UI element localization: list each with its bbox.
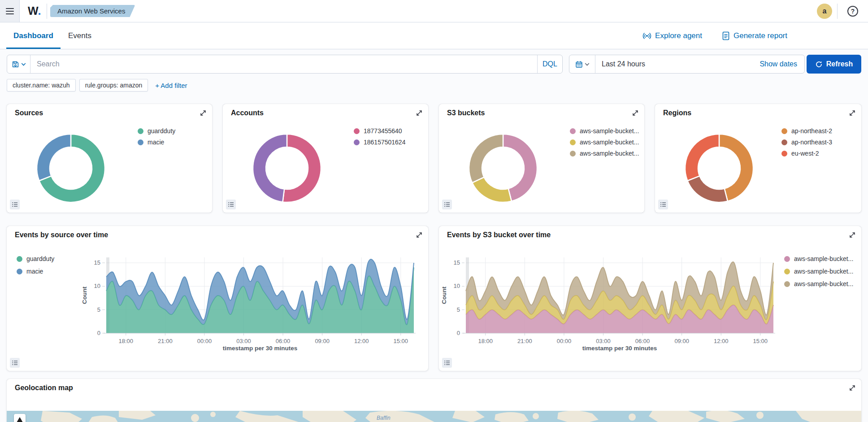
time-range-value[interactable]: Last 24 hours [595, 60, 760, 68]
refresh-button[interactable]: Refresh [807, 55, 861, 74]
panel-title: Sources [15, 109, 43, 117]
help-icon[interactable]: ? [847, 6, 858, 17]
panel-s3-buckets: S3 buckets aws-sample-bucket... aws-samp… [439, 104, 644, 213]
legend-item[interactable]: ap-northeast-2 [781, 127, 832, 135]
svg-text:21:00: 21:00 [158, 338, 173, 344]
panel-sources: Sources guardduty macie [7, 104, 212, 213]
s3-buckets-donut-chart[interactable] [464, 129, 542, 207]
legend-item[interactable]: macie [138, 139, 175, 146]
show-dates-button[interactable]: Show dates [760, 60, 804, 68]
svg-text:09:00: 09:00 [315, 338, 330, 344]
chart-legend: 18773455640 186157501624 [354, 127, 405, 146]
svg-text:21:00: 21:00 [517, 338, 532, 344]
explore-agent-link[interactable]: Explore agent [642, 22, 702, 49]
avatar[interactable]: a [817, 4, 832, 19]
chart-legend: guardduty macie [17, 255, 54, 275]
events-by-s3-bucket-chart[interactable]: 05101518:0021:0000:0003:0006:0009:0012:0… [439, 226, 861, 371]
legend-dot [138, 139, 143, 145]
legend-toggle-icon[interactable] [658, 200, 668, 209]
search-input[interactable] [30, 60, 537, 68]
accounts-donut-chart[interactable] [248, 129, 326, 207]
legend-toggle-icon[interactable] [10, 358, 20, 368]
svg-text:5: 5 [97, 306, 100, 313]
legend-dot [570, 139, 576, 145]
chevron-down-icon [585, 62, 590, 67]
svg-text:12:00: 12:00 [714, 338, 729, 344]
filter-pill[interactable]: rule.groups: amazon [79, 79, 148, 91]
svg-text:03:00: 03:00 [236, 338, 251, 344]
svg-text:Count: Count [441, 287, 447, 304]
legend-item[interactable]: guardduty [17, 255, 54, 262]
legend-item[interactable]: aws-sample-bucket... [784, 280, 853, 287]
legend-dot [354, 128, 360, 134]
svg-text:Count: Count [81, 287, 88, 304]
map-control-button[interactable] [14, 414, 26, 422]
generate-report-link[interactable]: Generate report [722, 22, 787, 49]
expand-icon[interactable] [848, 109, 857, 117]
svg-text:12:00: 12:00 [354, 338, 369, 344]
svg-text:18:00: 18:00 [478, 338, 493, 344]
header-divider [47, 4, 47, 19]
legend-dot [354, 139, 360, 145]
svg-text:0: 0 [97, 330, 100, 336]
svg-text:10: 10 [454, 283, 460, 289]
svg-text:10: 10 [94, 283, 100, 289]
legend-item[interactable]: aws-sample-bucket... [784, 255, 853, 262]
legend-dot [570, 151, 576, 157]
breadcrumb[interactable]: Amazon Web Services [50, 5, 135, 17]
svg-text:timestamp per 30 minutes: timestamp per 30 minutes [582, 345, 657, 352]
search-box: DQL [7, 55, 563, 74]
add-filter-button[interactable]: + Add filter [155, 82, 187, 89]
legend-dot [784, 269, 790, 274]
map-canvas: Baffin [7, 411, 861, 422]
top-header: W. Amazon Web Services a ? [0, 0, 868, 22]
panel-title: Geolocation map [15, 384, 73, 392]
legend-item[interactable]: 186157501624 [354, 139, 405, 146]
legend-item[interactable]: ap-northeast-3 [781, 139, 832, 146]
panel-events-by-source: Events by source over time 05101518:0021… [7, 226, 428, 371]
legend-toggle-icon[interactable] [226, 200, 236, 209]
svg-text:0: 0 [457, 330, 460, 336]
panel-events-by-s3-bucket: Events by S3 bucket over time 05101518:0… [439, 226, 861, 371]
legend-dot [138, 128, 143, 134]
legend-item[interactable]: 18773455640 [354, 127, 405, 135]
expand-icon[interactable] [199, 109, 208, 117]
regions-donut-chart[interactable] [680, 129, 758, 207]
dql-selector[interactable]: DQL [537, 55, 562, 73]
legend-dot [570, 128, 576, 134]
tab-dashboard[interactable]: Dashboard [6, 22, 61, 49]
map-place-label: Baffin [377, 415, 391, 421]
legend-dot [17, 269, 22, 274]
geolocation-map[interactable]: Baffin [7, 411, 861, 422]
legend-toggle-icon[interactable] [442, 200, 452, 209]
legend-item[interactable]: eu-west-2 [781, 150, 832, 157]
date-picker: Last 24 hours Show dates [569, 55, 805, 74]
wazuh-logo[interactable]: W. [28, 4, 41, 17]
legend-item[interactable]: aws-sample-bucket... [570, 127, 639, 135]
filter-pill[interactable]: cluster.name: wazuh [7, 79, 76, 91]
sources-donut-chart[interactable] [32, 129, 110, 207]
query-bar: DQL Last 24 hours Show dates Refresh [7, 55, 861, 74]
expand-icon[interactable] [415, 109, 424, 117]
legend-item[interactable]: aws-sample-bucket... [784, 268, 853, 275]
legend-item[interactable]: guardduty [138, 127, 175, 135]
legend-item[interactable]: aws-sample-bucket... [570, 139, 639, 146]
save-icon [12, 61, 19, 68]
expand-icon[interactable] [848, 383, 857, 392]
events-by-source-chart[interactable]: 05101518:0021:0000:0003:0006:0009:0012:0… [7, 226, 428, 371]
legend-item[interactable]: macie [17, 268, 54, 275]
expand-icon[interactable] [631, 109, 640, 117]
legend-toggle-icon[interactable] [10, 200, 20, 209]
menu-icon[interactable] [0, 0, 20, 22]
svg-text:03:00: 03:00 [596, 338, 611, 344]
tab-events[interactable]: Events [61, 22, 99, 49]
svg-text:18:00: 18:00 [119, 338, 134, 344]
svg-text:06:00: 06:00 [276, 338, 291, 344]
calendar-button[interactable] [569, 55, 595, 73]
chart-legend: ap-northeast-2 ap-northeast-3 eu-west-2 [781, 127, 832, 157]
saved-queries-button[interactable] [7, 55, 30, 73]
legend-toggle-icon[interactable] [442, 358, 452, 368]
legend-item[interactable]: aws-sample-bucket... [570, 150, 639, 157]
svg-text:timestamp per 30 minutes: timestamp per 30 minutes [223, 345, 298, 352]
tabs-bar: Dashboard Events Explore agent Generate … [0, 22, 868, 49]
